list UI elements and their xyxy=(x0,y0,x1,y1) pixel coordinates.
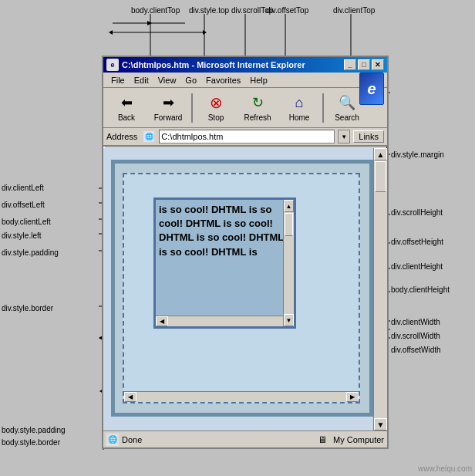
outer-scroll-left[interactable]: ◀ xyxy=(124,392,136,402)
ann-body-client-height: body.clientHeight xyxy=(391,285,450,294)
home-button[interactable]: ⌂ Home xyxy=(279,90,319,126)
back-button[interactable]: ⬅ Back xyxy=(106,90,147,126)
menu-file[interactable]: File xyxy=(106,74,130,86)
stop-button[interactable]: ⊗ Stop xyxy=(196,90,236,126)
menu-help[interactable]: Help xyxy=(245,74,272,86)
status-bar: 🌐 Done 🖥 My Computer xyxy=(103,430,387,447)
toolbar-separator-1 xyxy=(191,93,193,123)
content-scrollbar-v[interactable]: ▲ ▼ xyxy=(373,148,387,430)
browser-window: e C:\dhtmlpos.htm - Microsoft Internet E… xyxy=(102,56,389,449)
refresh-button[interactable]: ↻ Refresh xyxy=(238,90,278,126)
ann-body-client-left: body.clientLeft xyxy=(2,218,51,226)
toolbar: ⬅ Back ➡ Forward ⊗ Stop ↻ Refresh ⌂ Home… xyxy=(103,88,387,128)
search-label: Search xyxy=(335,113,359,122)
refresh-icon: ↻ xyxy=(248,93,267,112)
scrollbar-thumb[interactable] xyxy=(285,213,293,236)
address-favicon: 🌐 xyxy=(143,131,154,142)
outer-div-border: is so cool! DHTML is so cool! DHTML is s… xyxy=(111,160,373,417)
ann-body-style-border: body.style.border xyxy=(2,438,60,447)
ann-div-client-left: div.clientLeft xyxy=(2,184,44,192)
ie-logo: e xyxy=(359,73,384,105)
back-label: Back xyxy=(118,113,135,122)
menu-bar: File Edit View Go Favorites Help e xyxy=(103,73,387,88)
address-input[interactable] xyxy=(161,132,332,141)
address-dropdown[interactable]: ▼ xyxy=(338,130,350,143)
close-button[interactable]: ✕ xyxy=(372,59,384,70)
content-scroll-up[interactable]: ▲ xyxy=(374,148,387,160)
ann-body-style-padding: body.style.padding xyxy=(2,426,66,434)
ann-div-style-top: div.style.top xyxy=(189,6,229,15)
status-page-icon: 🌐 xyxy=(106,434,119,446)
forward-icon: ➡ xyxy=(159,93,177,112)
inner-padding-div: is so cool! DHTML is so cool! DHTML is s… xyxy=(123,173,360,403)
forward-label: Forward xyxy=(154,113,183,122)
outer-scrollbar-h[interactable]: ◀ ▶ xyxy=(124,391,359,402)
ann-div-client-top-r: div.clientTop xyxy=(333,6,375,15)
title-bar: e C:\dhtmlpos.htm - Microsoft Internet E… xyxy=(103,57,387,73)
ann-div-style-margin: div.style.margin xyxy=(391,150,444,159)
outer-scroll-right[interactable]: ▶ xyxy=(346,392,359,402)
title-bar-title: C:\dhtmlpos.htm - Microsoft Internet Exp… xyxy=(122,60,344,69)
address-bar: Address 🌐 ▼ Links xyxy=(103,128,387,147)
scroll-div[interactable]: is so cool! DHTML is so cool! DHTML is s… xyxy=(153,197,296,329)
stop-icon: ⊗ xyxy=(207,93,225,112)
ann-div-client-width: div.clientWidth xyxy=(391,318,440,326)
ann-div-offset-width: div.offsetWidth xyxy=(391,346,441,354)
status-text: Done xyxy=(122,435,142,444)
minimize-button[interactable]: _ xyxy=(344,59,356,70)
address-label: Address xyxy=(106,132,140,141)
browser-icon: e xyxy=(106,59,119,71)
scrollbar-v[interactable]: ▲ ▼ xyxy=(283,200,294,326)
ann-div-offset-height: div.offsetHeight xyxy=(391,238,443,246)
ann-div-client-height: div.clientHeight xyxy=(391,262,443,271)
ann-body-client-top: body.clientTop xyxy=(131,6,180,15)
menu-edit[interactable]: Edit xyxy=(130,74,153,86)
home-label: Home xyxy=(289,113,310,122)
ann-div-style-padding: div.style.padding xyxy=(2,248,59,257)
status-zone: My Computer xyxy=(333,435,384,444)
computer-icon: 🖥 xyxy=(318,434,330,445)
svg-marker-9 xyxy=(109,30,113,35)
menu-go[interactable]: Go xyxy=(180,74,201,86)
content-area: is so cool! DHTML is so cool! DHTML is s… xyxy=(103,148,387,430)
ann-div-offset-left: div.offsetLeft xyxy=(2,201,45,209)
title-bar-buttons: _ □ ✕ xyxy=(344,59,384,70)
scrollbar-down-arrow[interactable]: ▼ xyxy=(284,314,294,326)
content-scroll-thumb[interactable] xyxy=(375,161,386,192)
watermark: www.heiqu.com xyxy=(418,464,472,473)
back-icon: ⬅ xyxy=(117,93,136,112)
svg-marker-8 xyxy=(203,30,207,35)
scrollbar-up-arrow[interactable]: ▲ xyxy=(284,200,294,212)
stop-label: Stop xyxy=(208,113,224,122)
menu-view[interactable]: View xyxy=(153,74,181,86)
menu-favorites[interactable]: Favorites xyxy=(201,74,245,86)
home-icon: ⌂ xyxy=(290,93,308,112)
scrollbar-h[interactable]: ◀ xyxy=(156,316,283,326)
status-right: 🖥 My Computer xyxy=(318,434,384,445)
forward-button[interactable]: ➡ Forward xyxy=(148,90,188,126)
ann-div-scroll-width: div.scrollWidth xyxy=(391,332,440,340)
text-content: is so cool! DHTML is so cool! DHTML is s… xyxy=(156,200,294,262)
ann-div-style-left: div.style.left xyxy=(2,231,42,240)
ann-div-style-border: div.style.border xyxy=(2,304,53,312)
search-icon: 🔍 xyxy=(338,93,356,112)
maximize-button[interactable]: □ xyxy=(358,59,370,70)
links-button[interactable]: Links xyxy=(353,130,384,143)
content-scroll-down[interactable]: ▼ xyxy=(374,418,387,430)
scrollbar-left-arrow[interactable]: ◀ xyxy=(156,316,168,326)
ann-div-offset-top: div.offsetTop xyxy=(266,6,308,15)
refresh-label: Refresh xyxy=(244,113,271,122)
ann-div-scroll-height: div.scrollHeight xyxy=(391,208,443,217)
address-input-wrapper xyxy=(159,130,335,143)
toolbar-separator-2 xyxy=(322,93,324,123)
